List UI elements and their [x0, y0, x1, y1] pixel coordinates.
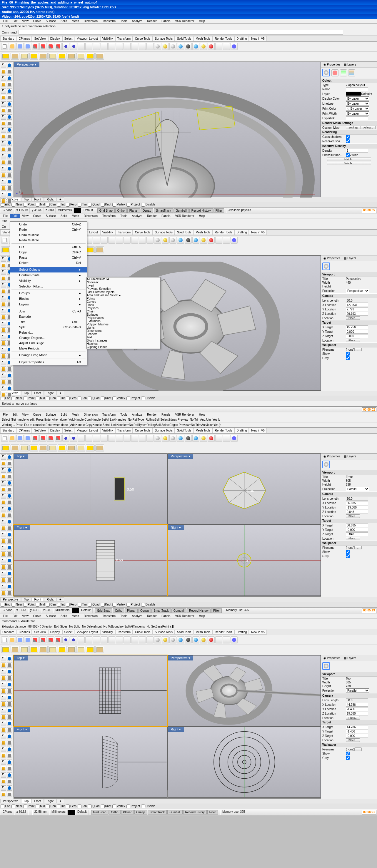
- toolbar-button-18[interactable]: [139, 637, 146, 644]
- select-projection[interactable]: Parallel: [346, 688, 369, 693]
- toolbar-button-2[interactable]: [17, 43, 24, 50]
- tab-layers[interactable]: ▦ Layers: [342, 256, 358, 260]
- toolbar-button-20[interactable]: [154, 637, 161, 644]
- toolbar-button-4[interactable]: [32, 435, 39, 442]
- side-tool-7[interactable]: [7, 676, 12, 681]
- side-tool-42[interactable]: [1, 590, 6, 595]
- toolbar-button-28[interactable]: [215, 637, 222, 644]
- menu-item-copy[interactable]: CopyCtrl+C: [10, 250, 87, 255]
- props-icon[interactable]: [322, 461, 330, 468]
- side-tool-34[interactable]: [1, 173, 6, 178]
- layer-toolbar-button-8[interactable]: [77, 646, 85, 653]
- side-tool-34[interactable]: [1, 766, 6, 771]
- side-tool-38[interactable]: [1, 779, 6, 784]
- side-tool-10[interactable]: [1, 688, 6, 694]
- osnap-tan[interactable]: Tan: [78, 603, 87, 606]
- menu-solid[interactable]: Solid: [58, 614, 69, 618]
- tab-visibility[interactable]: Visibility: [100, 230, 115, 235]
- tab-curve-tools[interactable]: Curve Tools: [133, 230, 153, 235]
- layer-toolbar-button-4[interactable]: [39, 53, 48, 60]
- toolbar-button-23[interactable]: [177, 43, 184, 50]
- toolbar-button-10[interactable]: [78, 435, 85, 442]
- button-wallpaper-browse[interactable]: ...: [354, 546, 362, 549]
- tab-viewport-layout[interactable]: Viewport Layout: [75, 630, 100, 634]
- toolbar-button-20[interactable]: [154, 43, 161, 50]
- menu-tools[interactable]: Tools: [118, 614, 129, 618]
- menu-help[interactable]: Help: [197, 214, 208, 218]
- tab-drafting[interactable]: Drafting: [234, 36, 249, 41]
- menu-dimension[interactable]: Dimension: [82, 19, 100, 23]
- menu-tools[interactable]: Tools: [118, 412, 129, 417]
- menu-panels[interactable]: Panels: [159, 214, 173, 218]
- osnap-int[interactable]: Int: [57, 203, 65, 206]
- input-ztar[interactable]: [346, 734, 368, 738]
- osnap-knot[interactable]: Knot: [101, 397, 112, 400]
- layer-toolbar-button-0[interactable]: [1, 646, 10, 653]
- layer-toolbar-button-1[interactable]: [10, 53, 20, 60]
- toolbar-button-26[interactable]: [200, 435, 207, 442]
- osnap-check-vertex[interactable]: [112, 603, 116, 607]
- toolbar-button-8[interactable]: [62, 637, 69, 644]
- toolbar-button-30[interactable]: [231, 435, 238, 442]
- submenu-item-chain[interactable]: Chain: [87, 310, 160, 313]
- menu-surface[interactable]: Surface: [44, 412, 58, 417]
- side-tool-5[interactable]: [7, 669, 12, 674]
- side-tool-43[interactable]: [7, 590, 12, 595]
- side-tool-39[interactable]: [7, 779, 12, 784]
- osnap-check-knot[interactable]: [101, 603, 105, 607]
- side-tool-15[interactable]: [7, 500, 12, 505]
- menu-edit[interactable]: Edit: [10, 614, 20, 618]
- check-wallpaper-gray[interactable]: [346, 356, 350, 360]
- toolbar-button-17[interactable]: [131, 43, 138, 50]
- osnap-check-vertex[interactable]: [112, 805, 116, 808]
- menu-help[interactable]: Help: [197, 412, 208, 417]
- viewport-perspective[interactable]: Perspective ▾ 0.46: [168, 454, 321, 524]
- side-tool-34[interactable]: [1, 366, 6, 372]
- status-toggle-filter[interactable]: Filter: [207, 810, 218, 814]
- side-tool-17[interactable]: [7, 114, 12, 120]
- side-tool-33[interactable]: [7, 760, 12, 765]
- side-tool-28[interactable]: [1, 747, 6, 752]
- toolbar-button-26[interactable]: [200, 237, 207, 244]
- menu-item-layers[interactable]: Layers ▸: [10, 302, 87, 307]
- menu-file[interactable]: File: [1, 614, 10, 618]
- toolbar-button-15[interactable]: [116, 435, 123, 442]
- side-tool-27[interactable]: [7, 147, 12, 152]
- select-display-color[interactable]: By Layer: [346, 96, 369, 101]
- toolbar-button-17[interactable]: [131, 637, 138, 644]
- toolbar-button-22[interactable]: [169, 637, 176, 644]
- toolbar-button-3[interactable]: [24, 637, 31, 644]
- side-tool-8[interactable]: [1, 480, 6, 486]
- side-tool-5[interactable]: [7, 75, 12, 81]
- submenu-item-lines[interactable]: Lines: [87, 303, 160, 307]
- osnap-near[interactable]: Near: [11, 805, 22, 808]
- menu-mesh[interactable]: Mesh: [69, 214, 81, 218]
- side-tool-33[interactable]: [7, 558, 12, 563]
- toolbar-button-29[interactable]: [223, 237, 230, 244]
- tab-layers[interactable]: ▦ Layers: [342, 656, 358, 660]
- side-tool-22[interactable]: [1, 134, 6, 139]
- side-tool-42[interactable]: [1, 198, 6, 204]
- tab-solid-tools[interactable]: Solid Tools: [175, 428, 193, 433]
- select-print-color[interactable]: ◇ By Layer: [346, 106, 369, 111]
- side-tool-38[interactable]: [1, 185, 6, 191]
- layer-toolbar-button-1[interactable]: [10, 444, 20, 452]
- input-xtar[interactable]: [346, 326, 368, 329]
- button-place-camera[interactable]: Place...: [346, 515, 360, 518]
- layer-toolbar-button-0[interactable]: [1, 246, 10, 253]
- status-layer-swatch[interactable]: [68, 810, 75, 815]
- side-tool-20[interactable]: [1, 721, 6, 726]
- toolbar-button-9[interactable]: [70, 435, 77, 442]
- layer-toolbar-button-4[interactable]: [39, 444, 48, 452]
- toolbar-button-5[interactable]: [39, 435, 47, 442]
- side-tool-25[interactable]: [7, 140, 12, 146]
- menu-item-change-drag-mode[interactable]: Change Drag Mode ▸: [10, 352, 87, 358]
- button-wallpaper-browse[interactable]: ...: [354, 348, 362, 351]
- layer-toolbar-button-5[interactable]: [48, 646, 57, 653]
- side-tool-1[interactable]: [7, 63, 12, 68]
- toolbar-button-24[interactable]: [185, 435, 192, 442]
- tab-viewport-layout[interactable]: Viewport Layout: [75, 428, 100, 433]
- layer-toolbar-button-10[interactable]: [95, 53, 104, 60]
- tab-mesh-tools[interactable]: Mesh Tools: [194, 230, 212, 235]
- tab-visibility[interactable]: Visibility: [100, 36, 115, 41]
